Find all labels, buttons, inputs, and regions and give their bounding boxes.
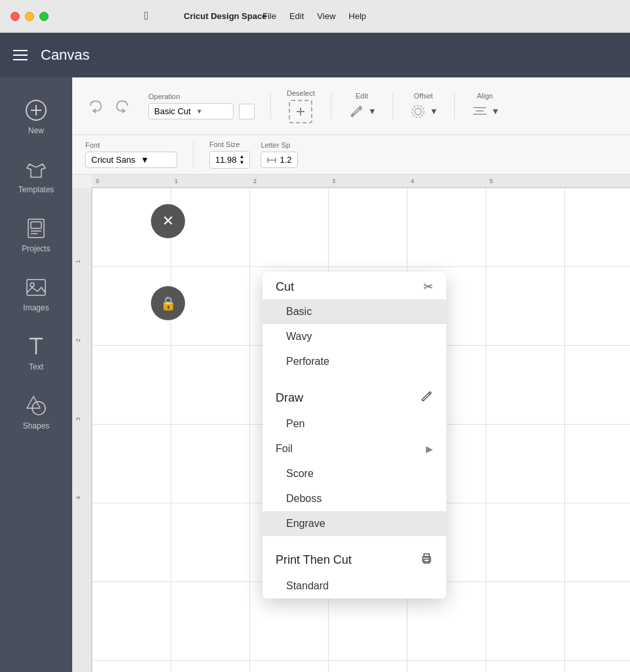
letter-spacing-value: 1.2 (280, 155, 291, 165)
letter-spacing-input[interactable]: 1.2 (261, 152, 297, 168)
letter-spacing-section: Letter Sp 1.2 (261, 141, 297, 168)
dropdown-item-perforate[interactable]: Perforate (262, 349, 446, 374)
cut-scissors-icon: ✂ (423, 280, 433, 294)
offset-button[interactable]: ▼ (409, 102, 438, 121)
ruler-vertical: 1 2 3 4 (72, 188, 92, 672)
menu-file[interactable]: File (262, 11, 276, 21)
deselect-label: Deselect (287, 89, 315, 97)
sidebar-label-projects: Projects (22, 244, 50, 253)
dropdown-item-deboss[interactable]: Deboss (262, 486, 446, 511)
dropdown-item-wavy[interactable]: Wavy (262, 324, 446, 349)
sidebar-item-images[interactable]: Images (0, 268, 72, 320)
undo-button[interactable] (85, 96, 106, 117)
cut-section-label: Cut (276, 280, 294, 294)
align-label: Align (477, 92, 493, 100)
sidebar-item-projects[interactable]: Projects (0, 209, 72, 261)
sidebar-label-shapes: Shapes (23, 421, 50, 430)
menu-edit[interactable]: Edit (289, 11, 304, 21)
operation-dropdown: Cut ✂ Basic Wavy Perforate (262, 272, 446, 598)
toolbar-row2: Font Cricut Sans ▼ Font Size 11.98 ▲ ▼ (72, 135, 630, 175)
shirt-icon (24, 158, 48, 181)
toolbar-divider-1 (270, 93, 271, 119)
font-size-input[interactable]: 11.98 ▲ ▼ (209, 151, 250, 169)
dropdown-item-basic[interactable]: Basic (262, 299, 446, 324)
dropdown-divider-2 (262, 536, 446, 544)
maximize-button[interactable] (39, 12, 49, 21)
align-button[interactable]: ▼ (471, 102, 500, 121)
workspace: Operation Basic Cut ▼ Deselect (72, 77, 630, 672)
operation-select[interactable]: Basic Cut ▼ (148, 103, 234, 119)
svg-line-24 (429, 393, 430, 394)
sidebar-label-new: New (28, 126, 44, 135)
menu-bar: File Edit View Help (262, 11, 366, 21)
redo-button[interactable] (112, 96, 133, 117)
hamburger-icon[interactable] (13, 50, 28, 60)
edit-button[interactable]: ▼ (347, 102, 377, 121)
operation-value: Basic Cut (154, 106, 191, 116)
font-label: Font (85, 141, 177, 149)
print-section-header: Print Then Cut (262, 544, 446, 574)
dropdown-divider-1 (262, 374, 446, 382)
font-size-label: Font Size (209, 140, 250, 148)
edit-dropdown-icon: ▼ (368, 106, 377, 116)
font-section: Font Cricut Sans ▼ (85, 141, 177, 168)
sidebar-item-templates[interactable]: Templates (0, 150, 72, 202)
font-size-value: 11.98 (215, 155, 237, 165)
ruler-h-4: 4 (411, 178, 414, 184)
font-size-stepper[interactable]: ▲ ▼ (240, 154, 245, 165)
dropdown-item-standard[interactable]: Standard (262, 574, 446, 598)
toolbar-divider-4 (454, 93, 455, 119)
traffic-lights (10, 12, 49, 21)
font-select[interactable]: Cricut Sans ▼ (85, 152, 177, 168)
sidebar-item-shapes[interactable]: Shapes (0, 386, 72, 438)
close-button[interactable] (10, 12, 20, 21)
minimize-button[interactable] (25, 12, 34, 21)
operation-label: Operation (148, 93, 255, 100)
header-title: Canvas (41, 47, 90, 64)
canvas-element-lock[interactable]: 🔒 (151, 286, 185, 320)
svg-rect-7 (27, 280, 45, 295)
plus-circle-icon (24, 98, 48, 122)
toolbar-row1: Operation Basic Cut ▼ Deselect (72, 77, 630, 135)
menu-view[interactable]: View (317, 11, 335, 21)
operation-section: Operation Basic Cut ▼ (148, 93, 255, 119)
header-bar: Canvas (0, 33, 630, 77)
canvas-element-x[interactable]: ✕ (151, 204, 185, 238)
offset-label: Offset (414, 92, 433, 100)
svg-marker-12 (27, 396, 40, 408)
title-bar:  Cricut Design Space File Edit View Hel… (0, 0, 630, 33)
menu-help[interactable]: Help (348, 11, 366, 21)
sidebar: New Templates Projects (0, 77, 72, 672)
edit-label: Edit (356, 92, 368, 100)
undo-redo-group (85, 96, 133, 117)
dropdown-item-engrave[interactable]: Engrave (262, 511, 446, 536)
svg-rect-27 (424, 559, 429, 563)
svg-rect-26 (424, 554, 429, 557)
letter-spacing-label: Letter Sp (261, 141, 297, 149)
canvas-area[interactable]: 0 1 2 3 4 5 1 2 3 4 ✕ (72, 175, 630, 672)
dropdown-item-foil[interactable]: Foil ▶ (262, 436, 446, 461)
deselect-button[interactable] (289, 100, 312, 123)
image-icon (24, 276, 48, 299)
ruler-v-3: 3 (75, 417, 81, 421)
sidebar-item-text[interactable]: Text (0, 327, 72, 379)
sidebar-label-templates: Templates (18, 185, 54, 194)
toolbar2-divider-1 (193, 142, 194, 168)
ruler-h-1: 1 (175, 178, 178, 184)
bookmark-icon (24, 217, 48, 240)
svg-rect-4 (31, 222, 41, 228)
main-content: New Templates Projects (0, 77, 630, 672)
print-icon (420, 552, 433, 568)
offset-dropdown-icon: ▼ (430, 106, 438, 116)
print-section-label: Print Then Cut (276, 553, 352, 567)
dropdown-item-pen[interactable]: Pen (262, 411, 446, 436)
sidebar-item-new[interactable]: New (0, 91, 72, 143)
draw-section-header: Draw (262, 382, 446, 411)
dropdown-item-score[interactable]: Score (262, 461, 446, 486)
dropdown-arrow-icon: ▼ (196, 108, 203, 115)
color-swatch[interactable] (239, 104, 255, 119)
ruler-v-2: 2 (75, 339, 81, 342)
operation-row: Basic Cut ▼ (148, 103, 255, 119)
ruler-h-0: 0 (96, 178, 99, 184)
svg-point-8 (30, 283, 34, 287)
